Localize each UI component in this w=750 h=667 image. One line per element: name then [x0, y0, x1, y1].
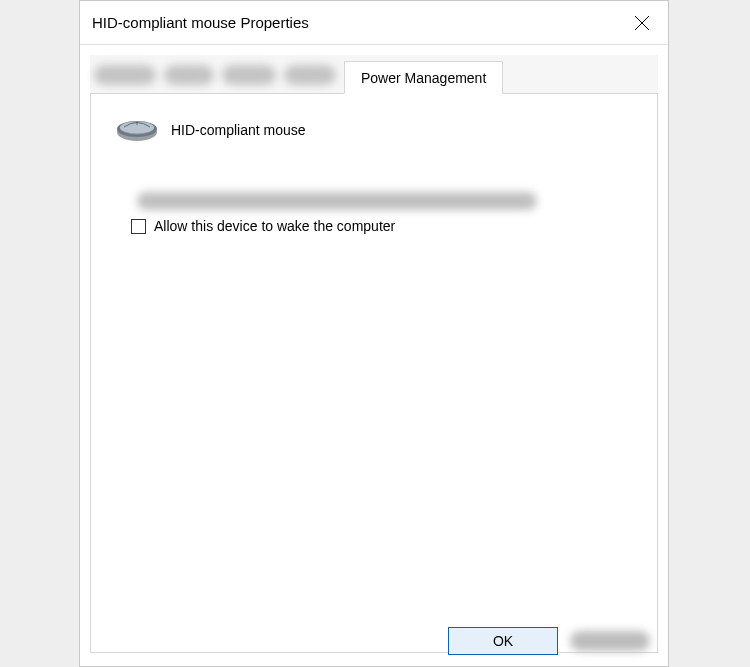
tab-panel: HID-compliant mouse Allow this device to…: [90, 94, 658, 653]
tab-strip: Power Management: [90, 55, 658, 94]
titlebar: HID-compliant mouse Properties: [80, 1, 668, 45]
tab-label: Power Management: [361, 70, 486, 86]
checkbox-icon: [131, 219, 146, 234]
tab-power-management[interactable]: Power Management: [344, 61, 503, 94]
cancel-button-blurred[interactable]: [570, 631, 650, 651]
dialog-buttons: OK: [80, 616, 668, 666]
option-blurred: [137, 192, 537, 210]
mouse-icon: [115, 116, 159, 144]
window-title: HID-compliant mouse Properties: [92, 14, 309, 31]
ok-button[interactable]: OK: [448, 627, 558, 655]
tab-blurred[interactable]: [94, 65, 156, 85]
device-header: HID-compliant mouse: [115, 116, 639, 144]
tab-blurred[interactable]: [284, 65, 336, 85]
close-icon: [635, 16, 649, 30]
device-name: HID-compliant mouse: [171, 122, 306, 138]
wake-computer-option[interactable]: Allow this device to wake the computer: [131, 218, 639, 234]
properties-dialog: HID-compliant mouse Properties Power Man…: [79, 0, 669, 667]
tab-blurred[interactable]: [164, 65, 214, 85]
close-button[interactable]: [622, 7, 662, 39]
button-label: OK: [493, 633, 513, 649]
option-label: Allow this device to wake the computer: [154, 218, 395, 234]
tab-blurred[interactable]: [222, 65, 276, 85]
